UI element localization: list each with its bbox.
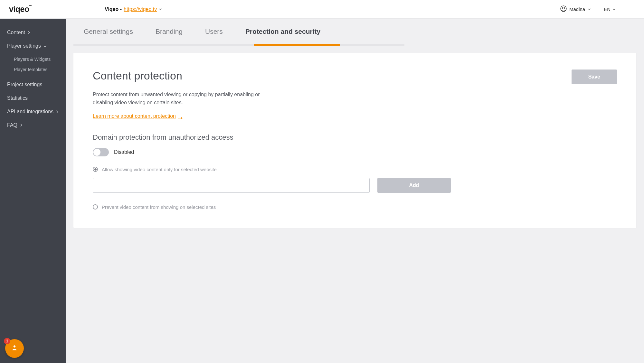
save-button[interactable]: Save — [572, 70, 617, 84]
toggle-state-label: Disabled — [114, 149, 134, 155]
domain-protection-toggle[interactable] — [93, 148, 109, 156]
tab-underline — [73, 44, 404, 46]
svg-rect-1 — [29, 5, 32, 6]
page-description: Protect content from unwanted viewing or… — [93, 91, 273, 107]
sidebar-item-label: API and integrations — [7, 109, 53, 115]
chat-badge-count: 1 — [4, 338, 10, 344]
project-prefix: Viqeo - — [105, 6, 122, 12]
sidebar-item-label: FAQ — [7, 122, 17, 128]
sidebar-item-content[interactable]: Content — [0, 26, 66, 39]
chevron-down-icon — [588, 8, 591, 11]
tab-users[interactable]: Users — [205, 28, 223, 44]
arrow-right-icon — [178, 115, 183, 117]
sidebar-item-api[interactable]: API and integrations — [0, 105, 66, 118]
user-menu[interactable]: Madina — [560, 5, 591, 13]
add-button[interactable]: Add — [377, 178, 451, 193]
user-name: Madina — [569, 6, 585, 12]
domain-input[interactable] — [93, 178, 370, 193]
chevron-right-icon — [28, 30, 30, 35]
sidebar-item-statistics[interactable]: Statistics — [0, 91, 66, 105]
chevron-down-icon — [159, 8, 162, 11]
language-selector[interactable]: EN — [604, 6, 616, 12]
radio-allow-selected[interactable] — [93, 167, 98, 172]
radio-prevent-label: Prevent video content from showing on se… — [102, 204, 216, 210]
tabs-row: General settings Branding Users Protecti… — [66, 19, 644, 44]
sidebar-sub-player-templates[interactable]: Player templates — [10, 64, 66, 75]
chevron-right-icon — [20, 122, 23, 128]
sidebar-sub-label: Player templates — [14, 67, 47, 72]
section-heading: Domain protection from unauthorized acce… — [93, 133, 617, 142]
sidebar-sub-label: Players & Widgets — [14, 57, 51, 62]
project-selector[interactable]: Viqeo - https://viqeo.tv — [105, 6, 162, 12]
user-icon — [560, 5, 567, 13]
logo: viqeo — [9, 4, 42, 14]
svg-point-4 — [14, 345, 15, 347]
chat-widget-button[interactable]: 1 — [5, 339, 24, 358]
project-url-link[interactable]: https://viqeo.tv — [124, 6, 157, 12]
chevron-right-icon — [56, 109, 59, 115]
sidebar-item-label: Player settings — [7, 43, 41, 49]
sidebar-item-faq[interactable]: FAQ — [0, 118, 66, 132]
toggle-knob — [93, 149, 100, 156]
language-label: EN — [604, 6, 611, 12]
sidebar-item-player-settings[interactable]: Player settings — [0, 39, 66, 53]
sidebar-sub-players-widgets[interactable]: Players & Widgets — [10, 54, 66, 64]
radio-prevent-unselected[interactable] — [93, 204, 98, 209]
chevron-down-icon — [43, 43, 47, 49]
chat-icon — [11, 344, 18, 353]
sidebar-item-label: Content — [7, 30, 25, 35]
chevron-down-icon — [612, 8, 616, 11]
svg-text:viqeo: viqeo — [9, 5, 29, 14]
sidebar-item-label: Project settings — [7, 82, 42, 88]
settings-card: Content protection Save Protect content … — [73, 53, 636, 228]
svg-point-3 — [563, 7, 564, 9]
sidebar-item-project-settings[interactable]: Project settings — [0, 78, 66, 91]
radio-allow-label: Allow showing video content only for sel… — [102, 167, 217, 172]
page-title: Content protection — [93, 70, 182, 82]
tab-protection-security[interactable]: Protection and security — [245, 28, 320, 44]
learn-more-link[interactable]: Learn more about content protection — [93, 113, 183, 119]
learn-more-label: Learn more about content protection — [93, 113, 176, 119]
tab-active-indicator — [254, 44, 340, 46]
tab-general-settings[interactable]: General settings — [84, 28, 133, 44]
svg-point-2 — [561, 6, 566, 12]
sidebar-item-label: Statistics — [7, 95, 28, 101]
tab-branding[interactable]: Branding — [156, 28, 183, 44]
sidebar: Content Player settings Players & Widget… — [0, 19, 66, 363]
